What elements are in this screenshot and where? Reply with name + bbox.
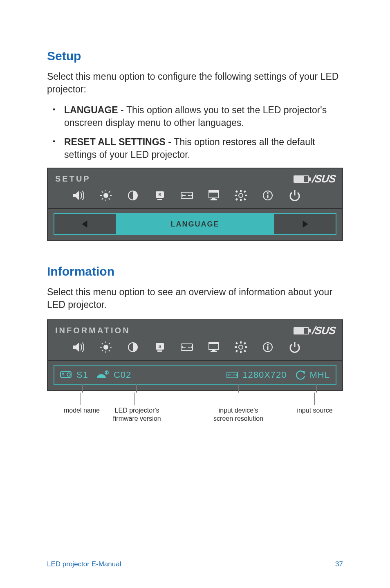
svg-point-59 xyxy=(267,344,269,346)
setup-gear-icon xyxy=(233,189,249,202)
svg-text:S: S xyxy=(158,344,161,349)
svg-point-49 xyxy=(239,345,243,349)
svg-point-18 xyxy=(239,193,243,197)
firmware-icon xyxy=(96,370,110,380)
svg-rect-23 xyxy=(235,191,238,193)
power-icon xyxy=(287,189,303,202)
svg-rect-24 xyxy=(244,198,246,201)
svg-rect-44 xyxy=(181,344,193,350)
svg-rect-17 xyxy=(211,199,217,200)
svg-line-36 xyxy=(102,343,103,344)
volume-icon xyxy=(71,189,87,202)
svg-rect-52 xyxy=(235,346,237,348)
brightness-icon xyxy=(98,340,114,354)
svg-rect-16 xyxy=(212,198,215,199)
information-heading: Information xyxy=(47,265,343,278)
source-icon xyxy=(294,370,306,380)
info-resolution-value: 1280X720 xyxy=(242,370,287,380)
setup-language-value[interactable]: LANGUAGE xyxy=(116,214,274,234)
projector-icon xyxy=(60,370,72,379)
setup-gear-icon xyxy=(233,340,249,354)
svg-rect-53 xyxy=(245,346,247,348)
svg-rect-13 xyxy=(181,192,193,199)
setup-option-term: LANGUAGE - xyxy=(64,105,126,115)
svg-rect-26 xyxy=(235,198,238,201)
svg-rect-12 xyxy=(157,199,162,200)
osd-icon-row: S xyxy=(48,339,342,360)
setup-osd-title: SETUP xyxy=(55,174,91,184)
setup-option-reset: RESET ALL SETTINGS - This option restore… xyxy=(64,136,343,161)
info-resolution: 1280X720 xyxy=(226,370,287,380)
svg-point-28 xyxy=(267,192,269,194)
svg-rect-56 xyxy=(244,342,246,345)
svg-rect-19 xyxy=(240,190,242,192)
battery-icon xyxy=(294,175,309,183)
svg-rect-57 xyxy=(235,350,238,352)
setup-language-row: LANGUAGE xyxy=(54,213,336,235)
svg-point-63 xyxy=(67,373,70,376)
svg-rect-60 xyxy=(267,346,269,350)
svg-line-39 xyxy=(102,350,103,351)
battery-icon xyxy=(294,327,309,334)
svg-text:S: S xyxy=(158,192,161,197)
information-row: S1 C02 1280X720 MHL xyxy=(54,365,336,385)
information-intro: Select this menu option to see an overvi… xyxy=(47,286,343,311)
info-firmware-value: C02 xyxy=(114,370,131,380)
power-icon xyxy=(287,340,303,354)
position-icon xyxy=(206,189,222,202)
callout-firmware: LED projector's firmware version xyxy=(108,406,166,422)
callout-model: model name xyxy=(59,406,104,414)
svg-rect-51 xyxy=(240,351,242,353)
info-icon xyxy=(260,189,276,202)
setup-heading: Setup xyxy=(47,49,343,63)
info-model-value: S1 xyxy=(76,370,88,380)
information-osd-title: INFORMATION xyxy=(55,326,130,335)
svg-rect-50 xyxy=(240,341,242,343)
svg-rect-21 xyxy=(235,195,237,196)
svg-line-38 xyxy=(109,343,110,344)
position-icon xyxy=(206,340,222,354)
callout-source: input source xyxy=(292,406,337,414)
info-icon xyxy=(260,340,276,354)
osd-brand: /SUS xyxy=(294,173,336,185)
svg-rect-22 xyxy=(245,195,247,196)
svg-rect-25 xyxy=(244,191,246,193)
svg-rect-20 xyxy=(240,199,242,201)
prev-arrow-icon[interactable] xyxy=(54,214,116,234)
info-model: S1 xyxy=(60,370,88,380)
splendid-icon: S xyxy=(152,189,168,202)
callout-resolution: input device's screen resolution xyxy=(210,406,267,422)
svg-rect-55 xyxy=(244,350,246,352)
svg-rect-15 xyxy=(209,191,219,193)
contrast-icon xyxy=(125,189,141,202)
volume-icon xyxy=(71,340,87,354)
svg-point-0 xyxy=(103,193,108,198)
setup-osd-panel: SETUP /SUS S LANGUAGE xyxy=(47,168,343,241)
svg-line-5 xyxy=(102,191,103,193)
brightness-icon xyxy=(98,189,114,202)
splendid-icon: S xyxy=(152,340,168,354)
setup-option-term: RESET ALL SETTINGS - xyxy=(64,137,174,147)
svg-rect-29 xyxy=(267,195,269,198)
contrast-icon xyxy=(125,340,141,354)
info-firmware: C02 xyxy=(96,370,131,380)
info-source: MHL xyxy=(294,370,330,380)
svg-rect-47 xyxy=(212,350,215,351)
aspect-ratio-icon xyxy=(179,340,195,354)
svg-rect-67 xyxy=(106,371,107,374)
next-arrow-icon[interactable] xyxy=(274,214,336,234)
svg-rect-65 xyxy=(62,375,64,375)
information-callouts: model name LED projector's firmware vers… xyxy=(47,393,343,425)
info-source-value: MHL xyxy=(310,370,330,380)
page-footer: LED projector E-Manual 37 xyxy=(47,556,343,568)
svg-rect-64 xyxy=(62,373,64,374)
setup-option-language: LANGUAGE - This option allows you to set… xyxy=(64,104,343,129)
asus-logo: /SUS xyxy=(312,173,336,185)
svg-rect-46 xyxy=(209,342,219,344)
svg-line-8 xyxy=(102,198,103,200)
svg-line-6 xyxy=(109,198,110,200)
osd-icon-row: S xyxy=(48,187,342,208)
svg-line-37 xyxy=(109,350,110,351)
footer-page: 37 xyxy=(335,560,343,568)
resolution-icon xyxy=(226,370,238,379)
